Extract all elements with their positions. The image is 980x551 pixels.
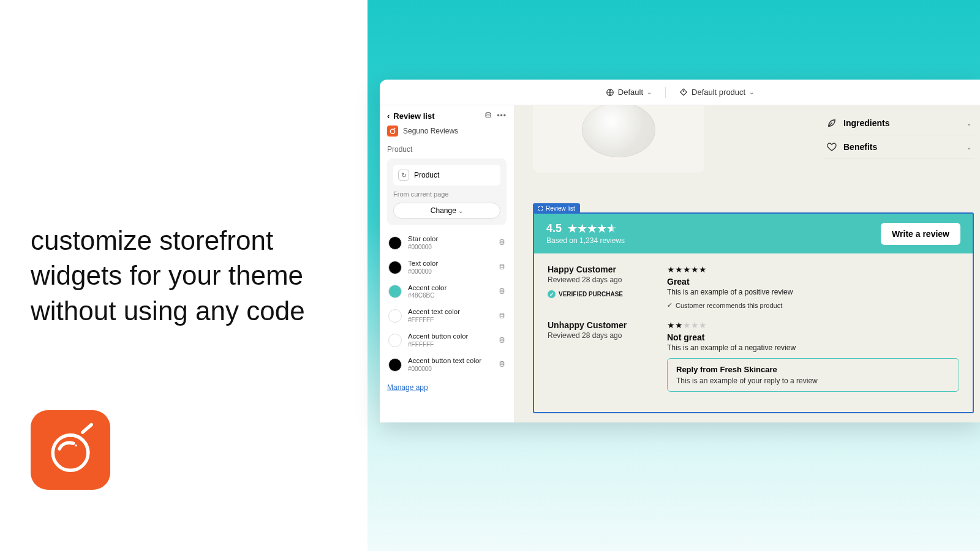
database-icon[interactable] xyxy=(484,111,492,121)
svg-point-8 xyxy=(500,288,503,290)
color-setting-row[interactable]: Star color #000000 xyxy=(387,231,507,255)
svg-point-4 xyxy=(486,113,491,114)
color-hex: #FFFFFF xyxy=(408,341,468,348)
change-button[interactable]: Change ⌄ xyxy=(393,203,500,219)
color-setting-row[interactable]: Accent color #48C6BC xyxy=(387,280,507,304)
database-icon[interactable] xyxy=(499,312,505,320)
review-title: Not great xyxy=(667,332,959,342)
editor-sidebar: ‹ Review list ••• Seguno Reviews xyxy=(380,105,514,422)
section-label: Product xyxy=(387,145,507,154)
from-current-page: From current page xyxy=(393,190,500,198)
svg-point-1 xyxy=(75,444,77,447)
heart-icon xyxy=(826,141,837,152)
reply-body: This is an example of your reply to a re… xyxy=(676,377,950,385)
svg-point-11 xyxy=(500,362,503,364)
svg-point-6 xyxy=(500,240,503,242)
color-swatch xyxy=(388,358,402,372)
color-hex: #48C6BC xyxy=(408,292,447,299)
database-icon[interactable] xyxy=(499,288,505,296)
tag-icon xyxy=(679,88,688,97)
color-swatch xyxy=(388,285,402,298)
database-icon[interactable] xyxy=(499,337,505,345)
sidebar-header: ‹ Review list ••• xyxy=(387,111,507,121)
verified-badge: ✓ VERIFIED PURCHASE xyxy=(548,290,643,298)
theme-selector[interactable]: Default ⌄ xyxy=(601,85,657,99)
review-count: Based on 1,234 reviews xyxy=(546,236,625,245)
leaf-icon xyxy=(826,118,837,129)
write-review-button[interactable]: Write a review xyxy=(881,223,960,245)
review-item: Happy Customer Reviewed 28 days ago ✓ VE… xyxy=(548,264,959,309)
review-stars: ★★★★★ xyxy=(667,320,959,330)
color-setting-row[interactable]: Accent button text color #000000 xyxy=(387,353,507,377)
back-icon[interactable]: ‹ xyxy=(387,111,390,121)
svg-point-3 xyxy=(683,91,684,91)
color-swatch xyxy=(388,309,402,323)
top-bar: Default ⌄ Default product ⌄ xyxy=(380,80,980,105)
accordion-label: Benefits xyxy=(843,142,877,152)
headline-text: customize storefront widgets for your th… xyxy=(31,223,337,328)
sidebar-title: Review list xyxy=(393,111,434,121)
reviews-container: Happy Customer Reviewed 28 days ago ✓ VE… xyxy=(534,253,973,403)
app-backdrop: Default ⌄ Default product ⌄ ‹ Review lis… xyxy=(368,0,980,551)
review-title: Great xyxy=(667,277,959,287)
color-name: Star color xyxy=(408,235,438,244)
brand-logo xyxy=(31,410,110,490)
product-selector[interactable]: Default product ⌄ xyxy=(674,85,759,99)
svg-point-10 xyxy=(500,337,503,339)
app-name: Seguno Reviews xyxy=(403,127,458,135)
svg-point-5 xyxy=(390,129,394,133)
unicorn-icon xyxy=(43,422,98,478)
color-name: Accent text color xyxy=(408,308,460,317)
petri-dish-icon xyxy=(582,105,655,157)
theme-label: Default xyxy=(618,88,643,97)
widget-selection-tag[interactable]: Review list xyxy=(533,203,580,214)
rating-stars: ★★★★★★ xyxy=(568,222,617,235)
expand-icon xyxy=(538,206,543,211)
color-hex: #000000 xyxy=(408,365,481,373)
chevron-down-icon: ⌄ xyxy=(749,89,754,96)
divider xyxy=(665,87,666,98)
svg-point-7 xyxy=(500,264,503,266)
check-icon: ✓ xyxy=(548,290,556,298)
product-selector-label: Default product xyxy=(692,88,745,97)
recommends-line: ✓ Customer recommends this product xyxy=(667,301,959,309)
reviewer-name: Unhappy Customer xyxy=(548,320,643,330)
promo-panel: customize storefront widgets for your th… xyxy=(0,0,368,551)
review-body: This is an example of a positive review xyxy=(667,288,959,296)
database-icon[interactable] xyxy=(499,263,505,271)
more-icon[interactable]: ••• xyxy=(497,111,507,121)
review-stars: ★★★★★ xyxy=(667,264,959,274)
accordion-ingredients[interactable]: Ingredients ⌄ xyxy=(824,111,974,135)
refresh-icon: ↻ xyxy=(398,170,409,181)
color-hex: #000000 xyxy=(408,268,438,276)
database-icon[interactable] xyxy=(499,239,505,247)
review-item: Unhappy Customer Reviewed 28 days ago ★★… xyxy=(548,320,959,392)
manage-app-link[interactable]: Manage app xyxy=(387,383,507,392)
app-window: Default ⌄ Default product ⌄ ‹ Review lis… xyxy=(380,80,980,422)
main-area: ‹ Review list ••• Seguno Reviews xyxy=(380,105,980,422)
overall-rating: 4.5 xyxy=(546,222,562,235)
color-name: Accent button color xyxy=(408,332,468,341)
review-list-widget: 4.5 ★★★★★★ Based on 1,234 reviews Write … xyxy=(533,212,974,413)
color-setting-row[interactable]: Text color #000000 xyxy=(387,255,507,280)
chevron-down-icon: ⌄ xyxy=(647,89,652,96)
accordion-benefits[interactable]: Benefits ⌄ xyxy=(824,135,974,159)
chevron-down-icon: ⌄ xyxy=(967,144,971,151)
database-icon[interactable] xyxy=(499,361,505,369)
color-name: Text color xyxy=(408,260,438,268)
svg-point-9 xyxy=(500,313,503,315)
accordion-label: Ingredients xyxy=(843,118,889,128)
review-body: This is an example of a negative review xyxy=(667,343,959,352)
reviewer-name: Happy Customer xyxy=(548,264,643,274)
color-setting-row[interactable]: Accent button color #FFFFFF xyxy=(387,328,507,353)
color-swatch xyxy=(388,261,402,274)
color-name: Accent button text color xyxy=(408,357,481,365)
color-setting-row[interactable]: Accent text color #FFFFFF xyxy=(387,304,507,328)
reply-from: Reply from Fresh Skincare xyxy=(676,365,950,374)
product-type-label: Product xyxy=(414,171,439,179)
color-hex: #FFFFFF xyxy=(408,317,460,324)
accordion: Ingredients ⌄ Benefits ⌄ xyxy=(824,111,974,159)
app-icon xyxy=(387,126,398,137)
chevron-down-icon: ⌄ xyxy=(967,120,971,127)
product-source[interactable]: ↻ Product xyxy=(393,165,500,186)
